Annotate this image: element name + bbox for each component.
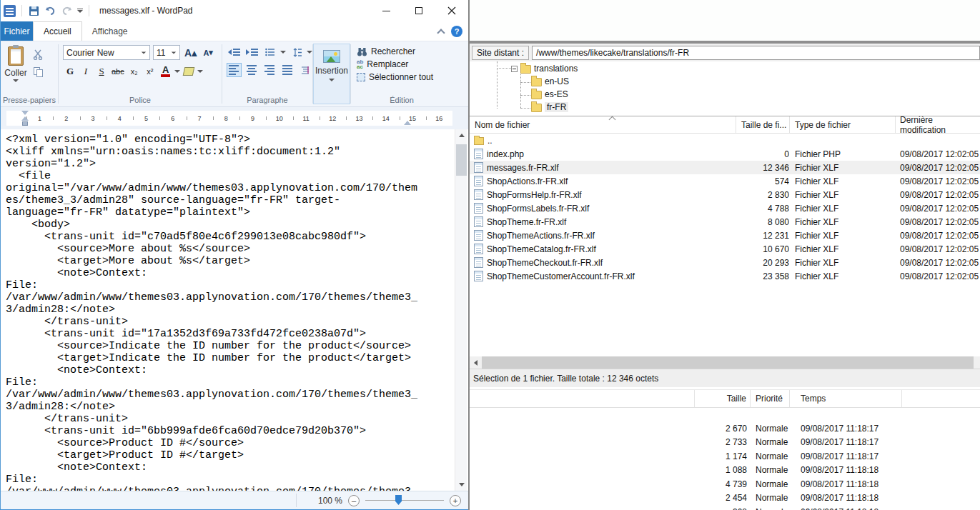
customize-toolbar-icon[interactable] xyxy=(77,9,83,13)
insertion-dropdown-icon[interactable] xyxy=(329,79,335,81)
collapse-node-icon[interactable] xyxy=(511,66,518,72)
document-text[interactable]: <?xml version="1.0" encoding="UTF-8"?> <… xyxy=(1,129,468,491)
save-icon[interactable] xyxy=(28,5,40,17)
queue-column-priority[interactable]: Priorité xyxy=(751,390,790,407)
queue-row[interactable]: 2 733 Normale 09/08/2017 11:18:17 xyxy=(470,436,980,450)
font-name-combobox[interactable]: Courier New xyxy=(63,45,150,60)
picture-icon xyxy=(323,50,340,63)
font-color-dropdown-icon[interactable] xyxy=(174,70,180,73)
left-indent-marker[interactable] xyxy=(22,121,28,126)
decrease-indent-icon[interactable] xyxy=(227,45,242,59)
underline-button[interactable]: S xyxy=(94,64,109,79)
column-header-size[interactable]: Taille de fi... xyxy=(736,116,790,133)
close-button[interactable] xyxy=(435,0,468,21)
remote-path-combobox[interactable]: /www/themes/likecake/translations/fr-FR xyxy=(532,46,980,60)
align-left-button[interactable] xyxy=(227,63,242,77)
table-row[interactable]: ShopThemeCheckout.fr-FR.xlf 20 293 Fichi… xyxy=(470,256,980,269)
table-row[interactable]: ShopFormsLabels.fr-FR.xlf 4 788 Fichier … xyxy=(470,201,980,215)
scroll-left-icon[interactable] xyxy=(470,356,482,369)
cut-icon[interactable] xyxy=(31,48,45,61)
tree-node-es-ES[interactable]: es-ES xyxy=(531,88,568,101)
copy-icon[interactable] xyxy=(31,65,45,78)
right-indent-marker[interactable] xyxy=(404,121,411,125)
undo-icon[interactable] xyxy=(44,5,56,17)
ruler[interactable]: 1 2 3 4 5 6 7 8 9 10 11 12 13 14 15 16 xyxy=(6,111,452,126)
grow-font-button[interactable]: A▴ xyxy=(183,46,198,60)
maximize-button[interactable] xyxy=(402,0,435,21)
zoom-in-button[interactable]: + xyxy=(450,495,461,506)
tab-accueil[interactable]: Accueil xyxy=(33,21,82,41)
queue-column-size[interactable]: Taille xyxy=(695,390,751,407)
line-spacing-icon[interactable] xyxy=(289,45,304,59)
paragraph-dialog-icon[interactable] xyxy=(297,63,312,77)
wordpad-app-icon[interactable] xyxy=(4,5,16,17)
collapse-ribbon-icon[interactable] xyxy=(437,29,445,36)
column-header-modified[interactable]: Dernière modification xyxy=(896,116,980,133)
table-row-selected[interactable]: messages.fr-FR.xlf 12 346 Fichier XLF 09… xyxy=(470,161,980,174)
table-row-parent-dir[interactable]: .. xyxy=(470,134,980,147)
list-icon[interactable] xyxy=(262,45,277,59)
highlight-button[interactable] xyxy=(182,64,196,79)
vertical-scrollbar[interactable] xyxy=(455,129,467,491)
subscript-button[interactable]: x₂ xyxy=(127,64,142,79)
font-size-combobox[interactable]: 11 xyxy=(153,45,180,60)
table-row[interactable]: ShopTheme.fr-FR.xlf 8 080 Fichier XLF 09… xyxy=(470,215,980,229)
tab-fichier[interactable]: Fichier xyxy=(1,21,33,41)
select-all-button[interactable]: Sélectionner tout xyxy=(357,72,452,82)
bold-button[interactable]: G xyxy=(63,64,77,79)
column-header-type[interactable]: Type de fichier xyxy=(790,116,896,133)
tree-node-en-US[interactable]: en-US xyxy=(531,75,569,88)
highlight-dropdown-icon[interactable] xyxy=(197,70,203,73)
paste-dropdown-icon[interactable] xyxy=(13,79,19,82)
queue-row[interactable]: 1 174 Normale 09/08/2017 11:18:17 xyxy=(470,449,980,464)
queue-row[interactable]: 4 739 Normale 09/08/2017 11:18:18 xyxy=(470,477,980,491)
tree-node-translations[interactable]: translations xyxy=(511,62,578,75)
queue-row[interactable]: 2 454 Normale 09/08/2017 11:18:18 xyxy=(470,491,980,506)
superscript-button[interactable]: x² xyxy=(143,64,157,79)
align-right-button[interactable] xyxy=(262,63,277,77)
queue-row[interactable]: 2 670 Normale 09/08/2017 11:18:17 xyxy=(470,421,980,436)
table-row[interactable]: ShopActions.fr-FR.xlf 574 Fichier XLF 09… xyxy=(470,174,980,188)
quick-access-toolbar xyxy=(4,5,91,17)
zoom-out-button[interactable]: – xyxy=(348,495,360,506)
redo-icon[interactable] xyxy=(61,5,73,17)
hanging-indent-marker[interactable] xyxy=(21,116,29,121)
table-row[interactable]: ShopThemeCustomerAccount.fr-FR.xlf 23 35… xyxy=(470,269,980,283)
scrollbar-thumb[interactable] xyxy=(482,356,974,369)
scroll-down-icon[interactable] xyxy=(455,479,467,491)
shrink-font-button[interactable]: A▾ xyxy=(201,46,215,60)
column-header-name[interactable]: Nom de fichier xyxy=(470,116,736,133)
help-icon[interactable]: ? xyxy=(451,26,462,37)
table-row[interactable]: index.php 0 Fichier PHP 09/08/2017 12:02… xyxy=(470,147,980,161)
tab-affichage[interactable]: Affichage xyxy=(82,21,138,41)
replace-button[interactable]: ab ac Remplacer xyxy=(357,59,452,69)
first-line-indent-marker[interactable] xyxy=(21,111,29,115)
wordpad-titlebar[interactable]: messages.xlf - WordPad xyxy=(1,0,468,21)
scroll-up-icon[interactable] xyxy=(455,129,467,141)
zoom-slider[interactable] xyxy=(365,500,444,501)
strikethrough-button[interactable]: abc xyxy=(110,64,126,79)
italic-button[interactable]: I xyxy=(79,64,93,79)
table-row[interactable]: ShopThemeActions.fr-FR.xlf 12 231 Fichie… xyxy=(470,229,980,242)
justify-button[interactable] xyxy=(279,63,295,77)
find-button[interactable]: Rechercher xyxy=(357,46,452,56)
insertion-button[interactable]: Insertion xyxy=(313,44,350,104)
tree-node-fr-FR[interactable]: fr-FR xyxy=(531,101,568,114)
message-log-area xyxy=(470,0,980,41)
window-title: messages.xlf - WordPad xyxy=(99,6,193,16)
scrollbar-thumb[interactable] xyxy=(456,144,467,176)
zoom-slider-thumb[interactable] xyxy=(395,495,402,505)
table-row[interactable]: ShopThemeCatalog.fr-FR.xlf 10 670 Fichie… xyxy=(470,242,980,256)
horizontal-scrollbar[interactable] xyxy=(470,356,980,369)
minimize-button[interactable] xyxy=(370,0,402,21)
queue-column-file[interactable] xyxy=(470,390,695,407)
increase-indent-icon[interactable] xyxy=(244,45,259,59)
font-color-button[interactable]: A xyxy=(159,64,173,79)
table-row[interactable]: ShopFormsHelp.fr-FR.xlf 2 830 Fichier XL… xyxy=(470,188,980,201)
queue-row[interactable]: 1 088 Normale 09/08/2017 11:18:18 xyxy=(470,464,980,478)
queue-column-time[interactable]: Temps xyxy=(790,390,902,407)
queue-row[interactable]: 308 Normale 09/08/2017 11:18:18 xyxy=(470,505,980,510)
align-center-button[interactable] xyxy=(244,63,259,77)
list-dropdown-icon[interactable] xyxy=(280,51,286,54)
line-spacing-dropdown-icon[interactable] xyxy=(307,51,312,54)
